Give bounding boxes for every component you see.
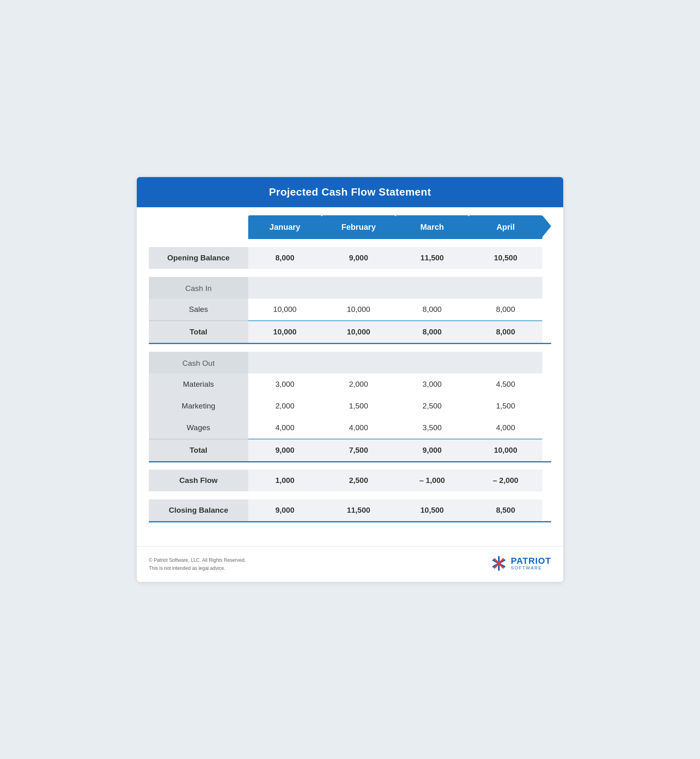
- closing-balance-mar: 10,500: [395, 499, 469, 522]
- cash-flow-apr: – 2,000: [469, 470, 542, 491]
- col-header-march: March: [395, 215, 469, 239]
- cash-flow-label: Cash Flow: [149, 470, 248, 491]
- opening-balance-jan: 8,000: [248, 247, 322, 269]
- closing-balance-apr: 8,500: [469, 499, 542, 522]
- materials-feb: 2,000: [322, 373, 395, 395]
- materials-chevron: [542, 373, 551, 395]
- wages-chevron: [542, 417, 551, 439]
- opening-balance-apr: 10,500: [469, 247, 542, 269]
- row-materials: Materials 3,000 2,000 3,000 4,500: [149, 373, 551, 395]
- footer-logo: PATRIOT SOFTWARE: [490, 555, 551, 572]
- title-bar: Projected Cash Flow Statement: [137, 177, 563, 207]
- col-header-february: February: [322, 215, 395, 239]
- wages-feb: 4,000: [322, 417, 395, 439]
- opening-balance-feb: 9,000: [322, 247, 395, 269]
- row-sales: Sales 10,000 10,000 8,000 8,000: [149, 299, 551, 320]
- header-row: January February March April: [149, 215, 551, 239]
- marketing-mar: 2,500: [395, 395, 469, 417]
- sales-label: Sales: [149, 299, 248, 320]
- patriot-logo-icon: [490, 555, 508, 572]
- footer-line2: This is not intended as legal advice.: [149, 565, 246, 572]
- sales-apr: 8,000: [469, 299, 542, 320]
- marketing-jan: 2,000: [248, 395, 322, 417]
- spacer-6: [149, 522, 551, 530]
- materials-apr: 4,500: [469, 373, 542, 395]
- cash-flow-table: January February March April: [149, 215, 551, 530]
- cash-in-total-feb: 10,000: [322, 321, 395, 344]
- footer-left: © Patriot Software, LLC. All Rights Rese…: [149, 557, 246, 572]
- row-cash-out-total: Total 9,000 7,500 9,000 10,000: [149, 439, 551, 462]
- cash-flow-feb: 2,500: [322, 470, 395, 491]
- materials-mar: 3,000: [395, 373, 469, 395]
- cash-out-total-feb: 7,500: [322, 439, 395, 462]
- cash-out-apr-empty: [469, 352, 542, 373]
- closing-balance-feb: 11,500: [322, 499, 395, 522]
- materials-jan: 3,000: [248, 373, 322, 395]
- row-opening-balance: Opening Balance 8,000 9,000 11,500 10,50…: [149, 247, 551, 269]
- closing-balance-chevron: [542, 499, 551, 522]
- cash-out-total-jan: 9,000: [248, 439, 322, 462]
- cash-in-total-apr: 8,000: [469, 321, 542, 344]
- cash-out-feb-empty: [322, 352, 395, 373]
- row-closing-balance: Closing Balance 9,000 11,500 10,500 8,50…: [149, 499, 551, 522]
- materials-label: Materials: [149, 373, 248, 395]
- april-chevron-icon: [542, 215, 551, 237]
- cash-out-jan-empty: [248, 352, 322, 373]
- cash-out-label: Cash Out: [149, 352, 248, 373]
- closing-balance-label: Closing Balance: [149, 499, 248, 522]
- section-cash-in: Cash In: [149, 277, 551, 299]
- section-cash-out: Cash Out: [149, 352, 551, 373]
- cash-out-total-label: Total: [149, 439, 248, 462]
- table-wrapper: January February March April: [137, 207, 563, 542]
- cash-in-feb-empty: [322, 277, 395, 299]
- cash-out-total-apr: 10,000: [469, 439, 542, 462]
- cash-in-total-chevron: [542, 321, 551, 344]
- wages-apr: 4,000: [469, 417, 542, 439]
- cash-in-mar-empty: [395, 277, 469, 299]
- spacer-1: [149, 239, 551, 247]
- cash-in-total-jan: 10,000: [248, 321, 322, 344]
- wages-label: Wages: [149, 417, 248, 439]
- marketing-feb: 1,500: [322, 395, 395, 417]
- wages-mar: 3,500: [395, 417, 469, 439]
- marketing-apr: 1,500: [469, 395, 542, 417]
- cash-flow-chevron: [542, 470, 551, 491]
- chevron-header: [542, 215, 551, 239]
- cash-in-total-label: Total: [149, 321, 248, 344]
- col-header-january: January: [248, 215, 322, 239]
- svg-marker-0: [542, 215, 551, 237]
- cash-in-chevron-empty: [542, 277, 551, 299]
- row-wages: Wages 4,000 4,000 3,500 4,000: [149, 417, 551, 439]
- page-title: Projected Cash Flow Statement: [269, 186, 431, 198]
- marketing-chevron: [542, 395, 551, 417]
- cash-out-mar-empty: [395, 352, 469, 373]
- row-cash-in-total: Total 10,000 10,000 8,000 8,000: [149, 321, 551, 344]
- cash-out-total-chevron: [542, 439, 551, 462]
- marketing-label: Marketing: [149, 395, 248, 417]
- spacer-3: [149, 344, 551, 352]
- cash-in-jan-empty: [248, 277, 322, 299]
- sales-chevron: [542, 299, 551, 320]
- spacer-2: [149, 269, 551, 277]
- empty-header: [149, 215, 248, 239]
- row-marketing: Marketing 2,000 1,500 2,500 1,500: [149, 395, 551, 417]
- cash-flow-jan: 1,000: [248, 470, 322, 491]
- opening-balance-label: Opening Balance: [149, 247, 248, 269]
- logo-brand: PATRIOT: [511, 557, 551, 565]
- cash-out-chevron-empty: [542, 352, 551, 373]
- cash-in-label: Cash In: [149, 277, 248, 299]
- col-header-april: April: [469, 215, 542, 239]
- cash-out-total-mar: 9,000: [395, 439, 469, 462]
- logo-sub: SOFTWARE: [511, 565, 551, 570]
- sales-jan: 10,000: [248, 299, 322, 320]
- wages-jan: 4,000: [248, 417, 322, 439]
- spacer-5: [149, 491, 551, 499]
- footer-line1: © Patriot Software, LLC. All Rights Rese…: [149, 557, 246, 564]
- footer: © Patriot Software, LLC. All Rights Rese…: [137, 546, 563, 582]
- cash-in-apr-empty: [469, 277, 542, 299]
- cash-in-total-mar: 8,000: [395, 321, 469, 344]
- spacer-4: [149, 462, 551, 470]
- cash-flow-mar: – 1,000: [395, 470, 469, 491]
- logo-text-group: PATRIOT SOFTWARE: [511, 557, 551, 570]
- cash-flow-card: Projected Cash Flow Statement January: [137, 177, 563, 582]
